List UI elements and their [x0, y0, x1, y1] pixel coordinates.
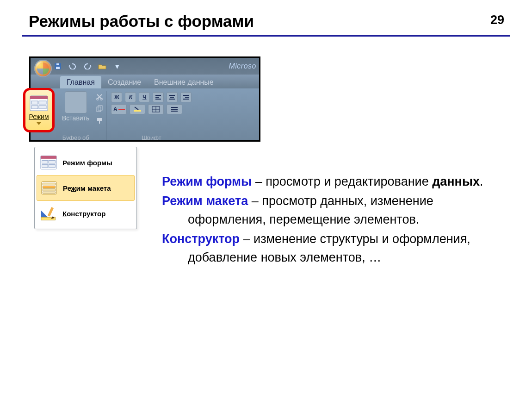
font-group-label: Шрифт: [111, 133, 192, 141]
qat-more-icon[interactable]: ▾: [113, 62, 121, 70]
svg-rect-5: [97, 107, 101, 112]
menu-item-design-view[interactable]: Конструктор: [37, 201, 135, 226]
svg-rect-22: [49, 165, 55, 168]
italic-button[interactable]: К: [125, 92, 136, 102]
paste-group: Вставить Буфер об: [58, 88, 93, 142]
align-right-icon[interactable]: [180, 92, 192, 102]
svg-rect-9: [134, 110, 141, 112]
ribbon-tabs: Главная Создание Внешние данные: [31, 75, 259, 88]
menu-item-form-view[interactable]: Режим формы: [37, 150, 135, 175]
highlight-button[interactable]: [130, 104, 145, 114]
svg-rect-24: [43, 183, 56, 185]
align-center-icon[interactable]: [167, 92, 178, 102]
desc-form-view: Режим формы – просмотр и редактирование …: [162, 172, 495, 191]
bold-button[interactable]: Ж: [111, 92, 122, 102]
svg-rect-2: [56, 63, 59, 65]
form-view-icon: [40, 155, 57, 170]
tab-create[interactable]: Создание: [101, 76, 148, 88]
align-left-icon[interactable]: [153, 92, 164, 102]
format-painter-icon[interactable]: [96, 117, 103, 126]
clipboard-group-label: Буфер об: [62, 133, 89, 141]
form-view-icon: [30, 95, 48, 111]
menu-item-label: Режим макета: [63, 184, 111, 192]
menu-item-label: Конструктор: [62, 210, 105, 218]
undo-icon[interactable]: [68, 62, 77, 70]
copy-icon[interactable]: [96, 105, 103, 114]
font-color-button[interactable]: А: [111, 104, 127, 114]
ribbon-screenshot: ▾ Microso Главная Создание Внешние данны…: [29, 56, 260, 142]
svg-rect-12: [30, 96, 48, 99]
borders-button[interactable]: [148, 104, 164, 114]
svg-rect-6: [98, 106, 102, 110]
layout-view-icon: [41, 180, 57, 196]
design-view-icon: [40, 206, 57, 221]
desc-layout-view: Режим макета – просмотр данных, изменени…: [162, 192, 495, 229]
slide-header: Режимы работы с формами 29: [0, 0, 532, 31]
page-number: 29: [490, 13, 504, 27]
app-title-fragment: Microso: [229, 62, 256, 70]
menu-item-layout-view[interactable]: Режим макета: [37, 175, 135, 201]
svg-rect-8: [99, 121, 100, 124]
svg-rect-16: [39, 106, 46, 109]
ribbon-body: Вставить Буфер об Ж К Ч А Шр: [31, 88, 259, 142]
cut-icon[interactable]: [96, 93, 103, 102]
view-mode-menu: Режим формы Режим макета Конструктор: [34, 147, 137, 229]
desc-design-view: Конструктор – изменение структуры и офор…: [162, 230, 495, 267]
svg-rect-26: [43, 189, 56, 191]
save-icon[interactable]: [54, 62, 62, 70]
tab-external-data[interactable]: Внешние данные: [148, 76, 220, 88]
paste-button-icon[interactable]: [65, 91, 87, 113]
svg-rect-15: [31, 106, 38, 109]
quick-access-toolbar: ▾ Microso: [31, 58, 259, 75]
underline-button[interactable]: Ч: [139, 92, 150, 102]
svg-rect-19: [42, 161, 48, 163]
redo-icon[interactable]: [83, 62, 92, 70]
svg-rect-14: [39, 101, 46, 104]
slide-title: Режимы работы с формами: [29, 12, 254, 31]
svg-rect-18: [41, 156, 56, 159]
para-options-button[interactable]: [167, 104, 182, 114]
tab-home[interactable]: Главная: [60, 76, 101, 88]
paste-button-label: Вставить: [62, 114, 89, 122]
svg-rect-21: [42, 165, 48, 168]
mode-descriptions: Режим формы – просмотр и редактирование …: [162, 172, 495, 268]
title-underline: [22, 35, 510, 37]
font-group: Ж К Ч А Шрифт: [106, 88, 196, 142]
svg-rect-1: [56, 67, 60, 69]
svg-rect-20: [49, 161, 55, 163]
svg-rect-7: [97, 118, 102, 121]
open-folder-icon[interactable]: [98, 62, 106, 70]
menu-item-label: Режим формы: [62, 159, 112, 167]
svg-rect-30: [48, 207, 54, 216]
view-mode-button[interactable]: Режим: [23, 88, 55, 132]
svg-rect-27: [43, 192, 56, 194]
svg-rect-13: [31, 101, 38, 104]
view-mode-label: Режим: [29, 113, 49, 120]
dropdown-arrow-icon: [37, 122, 41, 125]
svg-rect-25: [43, 186, 56, 188]
office-orb-icon[interactable]: [34, 60, 52, 77]
